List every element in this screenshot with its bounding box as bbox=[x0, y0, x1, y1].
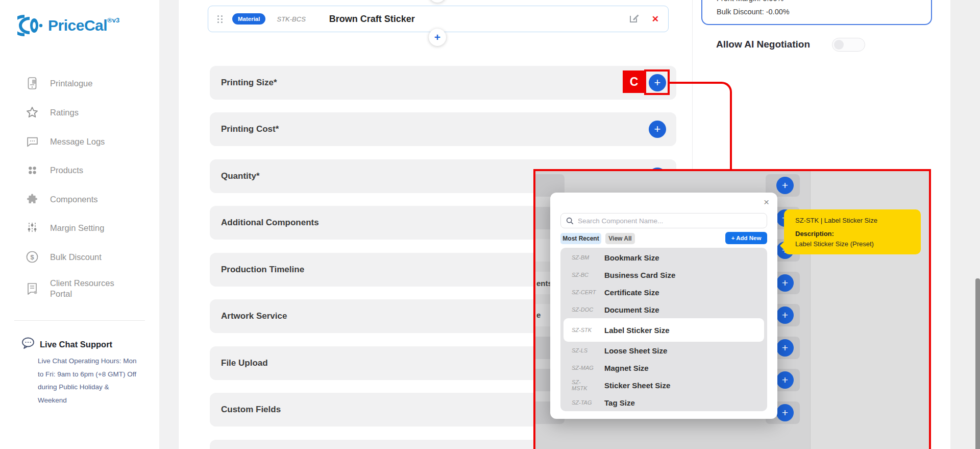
tooltip-description: Label Sticker Size (Preset) bbox=[795, 240, 921, 248]
section-printing-cost: Printing Cost* bbox=[210, 112, 676, 146]
clipped-text-fragment: e bbox=[536, 311, 541, 319]
tab-most-recent[interactable]: Most Recent bbox=[560, 233, 601, 244]
material-name: Brown Craft Sticker bbox=[329, 14, 415, 25]
list-item-hovered[interactable]: SZ-STKLabel Sticker Size bbox=[564, 318, 764, 342]
section-label: File Upload bbox=[221, 358, 268, 368]
toggle-knob bbox=[834, 40, 844, 50]
row-add-button[interactable]: + bbox=[776, 404, 794, 421]
list-item[interactable]: SZ-LSLoose Sheet Size bbox=[560, 342, 767, 359]
live-chat-support[interactable]: Live Chat Support bbox=[21, 337, 112, 351]
component-picker-dialog: × Most Recent View All + Add New SZ-BMBo… bbox=[550, 193, 777, 419]
section-label: Artwork Service bbox=[221, 311, 287, 321]
section-label: Additional Components bbox=[221, 218, 319, 228]
sidebar-item-label: Message Logs bbox=[50, 136, 105, 147]
sidebar-item-client-resources[interactable]: Client Resources Portal bbox=[26, 274, 153, 303]
component-search-box bbox=[560, 213, 767, 228]
sidebar-item-label: Margin Setting bbox=[50, 223, 104, 233]
logo-text: PriceCal bbox=[48, 17, 107, 34]
component-tooltip: SZ-STK | Label Sticker Size Description:… bbox=[784, 209, 921, 254]
sidebar: PriceCal®v3 Printalogue Ratings Message … bbox=[0, 0, 159, 449]
list-item[interactable]: SZ-TAGTag Size bbox=[560, 394, 767, 411]
sidebar-item-bulk-discount[interactable]: $ Bulk Discount bbox=[26, 247, 153, 267]
material-code: STK-BCS bbox=[277, 15, 305, 23]
sidebar-item-margin-setting[interactable]: Margin Setting bbox=[26, 218, 153, 238]
app-logo[interactable]: PriceCal®v3 bbox=[17, 12, 119, 39]
document-icon bbox=[26, 282, 39, 295]
pricing-summary-card: Front Margin: 0.00% Bulk Discount: -0.00… bbox=[701, 0, 932, 25]
sidebar-item-ratings[interactable]: Ratings bbox=[26, 102, 153, 123]
list-item[interactable]: SZ-DOCDocument Size bbox=[560, 301, 767, 318]
sidebar-item-label: Products bbox=[50, 165, 83, 176]
svg-text:$: $ bbox=[30, 253, 34, 261]
puzzle-icon bbox=[26, 193, 39, 206]
search-icon bbox=[566, 217, 574, 225]
sidebar-item-products[interactable]: Products bbox=[26, 160, 153, 180]
section-printing-size: Printing Size* bbox=[210, 66, 676, 100]
sidebar-item-printalogue[interactable]: Printalogue bbox=[26, 73, 153, 93]
chat-icon bbox=[26, 135, 39, 148]
sliders-icon bbox=[26, 221, 39, 234]
sidebar-item-message-logs[interactable]: Message Logs bbox=[26, 131, 153, 152]
row-add-button[interactable]: + bbox=[776, 339, 794, 357]
pricecal-logo-icon bbox=[17, 12, 44, 39]
sidebar-item-components[interactable]: Components bbox=[26, 189, 153, 209]
list-item[interactable]: SZ-BMBookmark Size bbox=[560, 249, 767, 266]
scrollbar-thumb[interactable] bbox=[975, 278, 980, 449]
phone-icon bbox=[26, 77, 39, 90]
material-type-badge: Material bbox=[232, 13, 265, 25]
sidebar-divider bbox=[14, 320, 145, 321]
add-component-button[interactable]: + bbox=[429, 29, 446, 46]
remove-icon[interactable]: ✕ bbox=[652, 14, 659, 25]
app-window: PriceCal®v3 Printalogue Ratings Message … bbox=[0, 0, 980, 449]
annotation-connector-line bbox=[670, 82, 732, 171]
annotation-highlight-box bbox=[644, 69, 670, 95]
section-label: Production Timeline bbox=[221, 265, 304, 275]
list-item[interactable]: SZ-CERTCertificate Size bbox=[560, 283, 767, 301]
live-chat-icon bbox=[21, 337, 35, 351]
tooltip-title: SZ-STK | Label Sticker Size bbox=[795, 217, 921, 224]
ai-negotiation-label: Allow AI Negotiation bbox=[716, 39, 810, 50]
tooltip-description-label: Description: bbox=[795, 230, 921, 238]
list-item[interactable]: SZ-BCBusiness Card Size bbox=[560, 266, 767, 283]
search-input[interactable] bbox=[578, 217, 767, 225]
ai-negotiation-toggle[interactable] bbox=[832, 38, 865, 52]
edit-icon[interactable] bbox=[629, 13, 640, 26]
live-chat-title: Live Chat Support bbox=[40, 340, 112, 349]
star-icon bbox=[26, 106, 39, 119]
front-margin-line: Front Margin: 0.00% bbox=[717, 0, 783, 3]
printing-cost-add-button[interactable]: + bbox=[649, 121, 666, 138]
drag-handle-icon[interactable] bbox=[217, 15, 223, 23]
section-label: Printing Size* bbox=[221, 78, 277, 88]
sidebar-item-label: Ratings bbox=[50, 107, 79, 118]
sidebar-gutter bbox=[159, 0, 178, 449]
component-list: SZ-BMBookmark Size SZ-BCBusiness Card Si… bbox=[560, 248, 767, 411]
bulk-discount-line: Bulk Discount: -0.00% bbox=[717, 8, 790, 16]
live-chat-hours: Live Chat Operating Hours: Mon to Fri: 9… bbox=[38, 355, 140, 407]
sidebar-item-label: Bulk Discount bbox=[50, 252, 102, 263]
row-add-button[interactable]: + bbox=[776, 274, 794, 292]
section-label: Custom Fields bbox=[221, 405, 281, 415]
section-label: Quantity* bbox=[221, 171, 260, 181]
dollar-icon: $ bbox=[26, 250, 39, 264]
section-label: Printing Cost* bbox=[221, 124, 279, 134]
list-item[interactable]: SZ-MSTKSticker Sheet Size bbox=[560, 376, 767, 394]
add-new-button[interactable]: + Add New bbox=[725, 232, 767, 244]
row-add-button[interactable]: + bbox=[776, 177, 794, 194]
sidebar-item-label: Client Resources Portal bbox=[50, 278, 127, 299]
close-icon[interactable]: × bbox=[764, 197, 769, 208]
row-add-button[interactable]: + bbox=[776, 306, 794, 324]
sidebar-item-label: Components bbox=[50, 194, 98, 205]
row-add-button[interactable]: + bbox=[776, 371, 794, 389]
sidebar-item-label: Printalogue bbox=[50, 78, 92, 89]
list-item[interactable]: SZ-MAGMagnet Size bbox=[560, 359, 767, 376]
annotation-c-badge: C bbox=[623, 70, 645, 93]
logo-version: ®v3 bbox=[107, 16, 119, 24]
tab-view-all[interactable]: View All bbox=[605, 233, 635, 244]
grid-icon bbox=[26, 163, 39, 177]
